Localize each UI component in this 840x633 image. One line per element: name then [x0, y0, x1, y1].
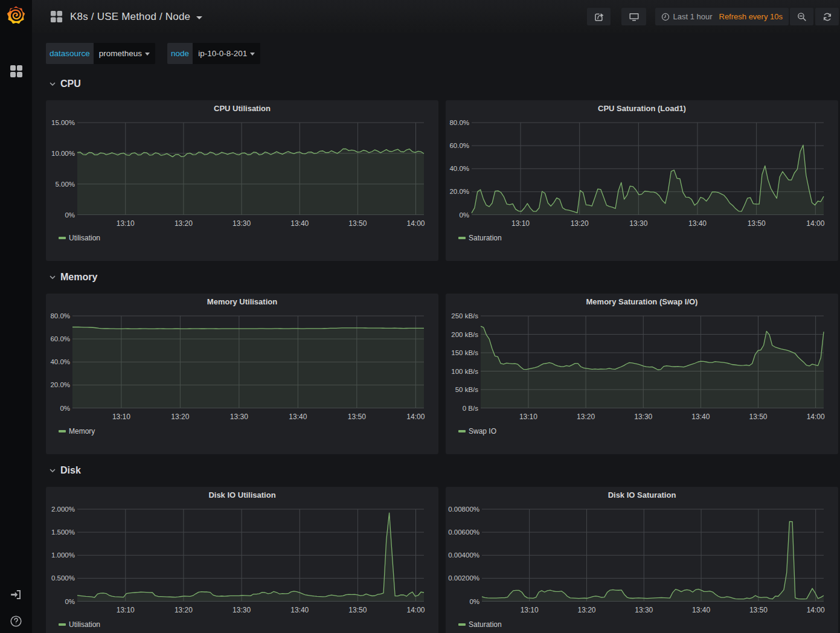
svg-text:13:40: 13:40	[691, 413, 710, 421]
dashboard-title-button[interactable]: K8s / USE Method / Node	[50, 10, 202, 23]
chevron-down-icon	[49, 467, 56, 474]
row-header[interactable]: CPU	[46, 68, 840, 100]
refresh-icon	[822, 12, 832, 22]
legend-item[interactable]: Memory	[59, 427, 95, 435]
svg-text:13:40: 13:40	[290, 219, 309, 228]
svg-text:150 kB/s: 150 kB/s	[451, 349, 478, 356]
svg-text:0.00400%: 0.00400%	[448, 551, 479, 559]
time-series-chart[interactable]: 80.0%60.0%40.0%20.0%0%13:1013:2013:3013:…	[46, 294, 438, 454]
legend-item[interactable]: Swap IO	[458, 427, 496, 435]
panel: Memory Utilisation 80.0%60.0%40.0%20.0%0…	[46, 294, 438, 454]
row-header[interactable]: Disk	[46, 454, 840, 487]
svg-text:13:20: 13:20	[577, 413, 595, 421]
svg-text:14:00: 14:00	[807, 606, 825, 614]
svg-text:13:50: 13:50	[749, 606, 768, 614]
legend-series-color	[458, 237, 466, 239]
panel: Memory Saturation (Swap I/O) 250 kB/s200…	[446, 294, 838, 454]
svg-text:13:50: 13:50	[348, 606, 367, 614]
dashboard-grid: CPU CPU Utilisation 15.00%10.00%5.00%0%1…	[32, 68, 840, 633]
sidebar	[0, 0, 32, 633]
svg-text:13:10: 13:10	[519, 413, 537, 421]
zoom-out-button[interactable]	[790, 8, 813, 25]
svg-text:13:40: 13:40	[289, 413, 307, 421]
variable-value: prometheus	[99, 49, 142, 58]
time-series-chart[interactable]: 80.0%60.0%40.0%20.0%0%13:1013:2013:3013:…	[446, 100, 838, 261]
legend-series-label: Utilisation	[69, 234, 100, 242]
refresh-button[interactable]	[815, 8, 839, 25]
variable-datasource[interactable]: datasource prometheus	[46, 43, 155, 64]
legend-item[interactable]: Utilisation	[59, 620, 100, 629]
row-title: CPU	[60, 79, 81, 89]
variable-value: ip-10-0-8-201	[198, 49, 247, 58]
svg-text:0.500%: 0.500%	[51, 574, 75, 582]
svg-text:13:10: 13:10	[521, 606, 539, 614]
variable-label: datasource	[46, 43, 94, 64]
time-series-chart[interactable]: 15.00%10.00%5.00%0%13:1013:2013:3013:401…	[46, 100, 438, 261]
navbar: K8s / USE Method / Node	[32, 0, 840, 33]
submenu: datasource prometheus node ip-10-0-8-201	[32, 33, 840, 68]
legend-item[interactable]: Utilisation	[59, 234, 100, 242]
svg-text:0 B/s: 0 B/s	[463, 405, 478, 412]
help-icon	[10, 615, 22, 628]
panel: CPU Saturation (Load1) 80.0%60.0%40.0%20…	[446, 100, 838, 261]
variable-value-dropdown[interactable]: prometheus	[94, 43, 155, 64]
chevron-down-icon	[196, 16, 202, 19]
time-series-chart[interactable]: 250 kB/s200 kB/s150 kB/s100 kB/s50 kB/s0…	[446, 294, 838, 454]
legend-series-color	[59, 623, 66, 626]
svg-text:15.00%: 15.00%	[51, 119, 75, 126]
panel: Disk IO Utilisation 2.000%1.500%1.000%0.…	[46, 487, 438, 633]
svg-text:13:30: 13:30	[232, 219, 251, 228]
svg-text:100 kB/s: 100 kB/s	[451, 368, 478, 375]
svg-text:2.000%: 2.000%	[51, 506, 75, 513]
svg-text:50 kB/s: 50 kB/s	[455, 386, 479, 393]
legend-series-color	[59, 430, 66, 432]
svg-text:10.00%: 10.00%	[51, 150, 75, 157]
svg-text:80.0%: 80.0%	[449, 119, 469, 126]
svg-text:60.0%: 60.0%	[50, 335, 70, 342]
grafana-logo-icon[interactable]	[6, 5, 26, 25]
time-picker-button[interactable]: Last 1 hour Refresh every 10s	[655, 8, 789, 25]
sidebar-item-dashboards[interactable]	[0, 58, 32, 85]
svg-text:40.0%: 40.0%	[449, 165, 469, 172]
time-series-chart[interactable]: 2.000%1.500%1.000%0.500%0%13:1013:2013:3…	[46, 487, 438, 633]
clock-icon	[661, 13, 670, 21]
variable-node[interactable]: node ip-10-0-8-201	[167, 43, 260, 64]
dashboard-row: Memory Memory Utilisation 80.0%60.0%40.0…	[46, 261, 840, 454]
svg-text:13:30: 13:30	[634, 413, 652, 421]
refresh-interval-label: Refresh every 10s	[719, 12, 783, 21]
svg-text:13:30: 13:30	[230, 413, 248, 421]
row-header[interactable]: Memory	[46, 261, 840, 294]
legend-item[interactable]: Saturation	[458, 620, 502, 629]
svg-text:13:20: 13:20	[577, 606, 595, 614]
share-icon	[594, 11, 604, 22]
chevron-down-icon	[49, 80, 56, 88]
cycle-view-mode-button[interactable]	[621, 8, 646, 25]
svg-text:13:50: 13:50	[348, 219, 367, 228]
variable-value-dropdown[interactable]: ip-10-0-8-201	[193, 43, 260, 64]
dashboard-row: Disk Disk IO Utilisation 2.000%1.500%1.0…	[46, 454, 840, 633]
legend-item[interactable]: Saturation	[458, 234, 502, 242]
svg-text:13:40: 13:40	[290, 606, 309, 614]
svg-text:200 kB/s: 200 kB/s	[451, 331, 478, 338]
svg-text:80.0%: 80.0%	[50, 312, 70, 320]
svg-text:13:50: 13:50	[748, 219, 766, 228]
legend-series-label: Memory	[69, 427, 95, 435]
sidebar-item-help[interactable]	[0, 608, 32, 633]
svg-text:13:10: 13:10	[117, 219, 135, 228]
legend-series-label: Saturation	[469, 234, 502, 242]
time-series-chart[interactable]: 0.00800%0.00600%0.00400%0.00200%0%13:101…	[446, 487, 838, 633]
svg-text:13:20: 13:20	[171, 413, 189, 421]
share-button[interactable]	[587, 8, 611, 25]
svg-text:13:40: 13:40	[688, 219, 707, 228]
svg-text:5.00%: 5.00%	[55, 181, 75, 188]
legend-series-color	[458, 623, 466, 626]
variable-label: node	[167, 43, 193, 64]
svg-text:1.000%: 1.000%	[51, 551, 75, 559]
legend-series-color	[458, 430, 466, 432]
svg-text:0%: 0%	[65, 598, 75, 605]
svg-text:14:00: 14:00	[406, 219, 425, 228]
legend-series-label: Utilisation	[69, 620, 100, 629]
row-panels: CPU Utilisation 15.00%10.00%5.00%0%13:10…	[46, 100, 840, 261]
sidebar-item-signin[interactable]	[0, 581, 32, 608]
apps-grid-icon	[50, 10, 63, 23]
